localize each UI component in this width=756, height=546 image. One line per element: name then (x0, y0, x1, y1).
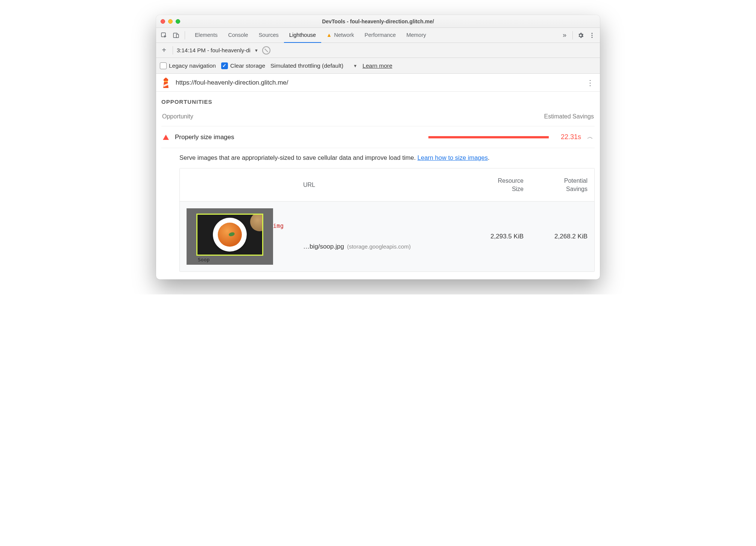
resource-url-cell: img …big/soop.jpg (storage.googleapis.co… (284, 223, 467, 250)
resource-path: …big/soop.jpg (303, 243, 344, 250)
report-url-bar: https://foul-heavenly-direction.glitch.m… (156, 74, 600, 92)
opportunities-heading: OPPORTUNITIES (161, 99, 595, 105)
traffic-lights (161, 19, 180, 24)
tab-performance[interactable]: Performance (359, 28, 401, 43)
dropdown-caret-icon: ▼ (254, 48, 258, 53)
throttling-selector[interactable]: Simulated throttling (default) ▼ (270, 62, 357, 69)
col-size-label-1: Resource (467, 177, 524, 185)
collapse-chevron-icon[interactable]: ︿ (587, 133, 593, 141)
tab-sources[interactable]: Sources (254, 28, 284, 43)
audit-properly-size-images[interactable]: Properly size images 22.31s ︿ (161, 126, 595, 148)
tab-lighthouse[interactable]: Lighthouse (284, 28, 321, 43)
col-opportunity-label: Opportunity (162, 113, 193, 120)
legacy-navigation-label: Legacy navigation (169, 62, 216, 69)
learn-more-link[interactable]: Learn more (363, 62, 392, 69)
report-menu-icon[interactable]: ⋮ (586, 78, 595, 87)
svg-rect-6 (164, 81, 168, 82)
resource-table: URL Resource Size Potential Savings Soop (179, 168, 595, 272)
opportunities-columns: Opportunity Estimated Savings (161, 113, 595, 120)
col-savings-label-1: Potential (524, 177, 587, 185)
devtools-tabbar: Elements Console Sources Lighthouse ▲ Ne… (156, 28, 600, 43)
titlebar: DevTools - foul-heavenly-direction.glitc… (156, 15, 600, 28)
resource-host: (storage.googleapis.com) (347, 243, 411, 250)
tab-network-label: Network (334, 32, 354, 38)
separator (173, 46, 173, 55)
audit-savings-value: 22.31s (555, 133, 581, 141)
separator (572, 31, 573, 39)
report-selector-label: 3:14:14 PM - foul-heavenly-di (177, 47, 250, 53)
warning-icon: ▲ (326, 32, 332, 38)
settings-gear-icon[interactable] (575, 30, 586, 41)
report-selector[interactable]: 3:14:14 PM - foul-heavenly-di ▼ (177, 47, 258, 53)
clear-storage-label: Clear storage (230, 62, 265, 69)
svg-rect-2 (176, 34, 179, 38)
zoom-window-button[interactable] (176, 19, 180, 24)
fail-triangle-icon (163, 135, 169, 140)
audit-description: Serve images that are appropriately-size… (161, 148, 595, 168)
inspect-element-icon[interactable] (158, 30, 170, 41)
element-tag: img (273, 223, 467, 229)
devtools-window: DevTools - foul-heavenly-direction.glitc… (156, 15, 600, 279)
tab-console[interactable]: Console (223, 28, 253, 43)
audit-title: Properly size images (175, 133, 234, 141)
resource-potential-savings: 2,268.2 KiB (524, 233, 587, 240)
resource-size: 2,293.5 KiB (467, 233, 524, 240)
resource-row[interactable]: Soop img …big/soop.jpg (storage.googleap… (180, 202, 594, 271)
resource-table-head: URL Resource Size Potential Savings (180, 168, 594, 202)
col-size-label-2: Size (467, 185, 524, 193)
device-toolbar-icon[interactable] (170, 30, 182, 41)
tab-elements[interactable]: Elements (190, 28, 223, 43)
audit-desc-text: Serve images that are appropriately-size… (179, 154, 417, 161)
report-body: OPPORTUNITIES Opportunity Estimated Savi… (156, 92, 600, 279)
legacy-navigation-checkbox[interactable] (160, 62, 167, 69)
tab-network[interactable]: ▲ Network (321, 28, 360, 43)
resource-thumbnail: Soop (187, 208, 273, 265)
col-savings-label-2: Savings (524, 185, 587, 193)
report-url: https://foul-heavenly-direction.glitch.m… (176, 79, 288, 86)
dropdown-caret-icon: ▼ (353, 64, 357, 68)
savings-bar (428, 136, 549, 138)
more-options-icon[interactable] (586, 30, 598, 41)
legacy-navigation-option[interactable]: Legacy navigation (160, 62, 216, 69)
new-report-button[interactable]: + (159, 46, 169, 55)
col-savings-label: Estimated Savings (544, 113, 594, 120)
thumb-caption: Soop (198, 257, 209, 262)
tab-memory[interactable]: Memory (401, 28, 431, 43)
clear-report-icon[interactable] (262, 46, 270, 55)
lighthouse-toolbar: + 3:14:14 PM - foul-heavenly-di ▼ (156, 43, 600, 58)
lighthouse-logo-icon (161, 77, 170, 88)
audit-learn-link[interactable]: Learn how to size images (417, 154, 488, 161)
clear-storage-checkbox[interactable] (221, 62, 228, 69)
audit-desc-post: . (488, 154, 490, 161)
more-tabs-icon[interactable]: » (559, 31, 570, 39)
clear-storage-option[interactable]: Clear storage (221, 62, 265, 69)
minimize-window-button[interactable] (168, 19, 173, 24)
throttling-label: Simulated throttling (default) (270, 62, 343, 69)
col-url-label: URL (284, 182, 467, 188)
panel-tabs: Elements Console Sources Lighthouse ▲ Ne… (190, 28, 431, 43)
close-window-button[interactable] (161, 19, 165, 24)
svg-point-3 (592, 33, 593, 34)
lighthouse-options-bar: Legacy navigation Clear storage Simulate… (156, 58, 600, 74)
svg-point-4 (592, 35, 593, 36)
svg-point-5 (592, 36, 593, 38)
separator (185, 31, 185, 39)
window-title: DevTools - foul-heavenly-direction.glitc… (156, 18, 600, 24)
